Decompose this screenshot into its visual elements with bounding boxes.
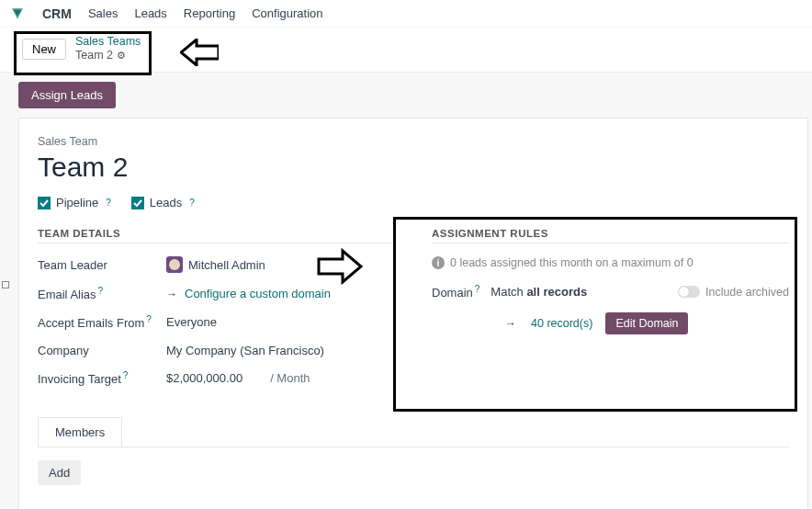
breadcrumb-bar: New Sales Teams Team 2 ⚙ xyxy=(0,28,812,72)
help-icon[interactable]: ? xyxy=(475,284,480,294)
gear-icon[interactable]: ⚙ xyxy=(117,50,126,62)
accept-emails-value[interactable]: Everyone xyxy=(166,315,395,329)
email-alias-label: Email Alias? xyxy=(38,286,166,301)
pipeline-label: Pipeline xyxy=(56,196,98,209)
annotation-arrow-left-icon xyxy=(180,39,219,69)
include-archived-toggle[interactable] xyxy=(678,286,700,298)
breadcrumb-current: Team 2 ⚙ xyxy=(75,49,141,62)
resize-handle-icon xyxy=(2,281,9,288)
nav-configuration[interactable]: Configuration xyxy=(252,6,322,20)
nav-sales[interactable]: Sales xyxy=(88,6,118,20)
team-leader-name: Mitchell Admin xyxy=(188,258,265,272)
configure-domain-link[interactable]: Configure a custom domain xyxy=(185,287,331,300)
team-leader-label: Team Leader xyxy=(38,258,166,272)
domain-label: Domain? xyxy=(432,284,479,300)
help-icon[interactable]: ? xyxy=(123,370,129,380)
edit-domain-button[interactable]: Edit Domain xyxy=(605,312,688,334)
info-icon: i xyxy=(432,256,445,269)
top-nav: CRM Sales Leads Reporting Configuration xyxy=(0,0,812,28)
new-button[interactable]: New xyxy=(22,39,66,60)
company-label: Company xyxy=(38,344,166,357)
app-logo-icon xyxy=(9,6,26,22)
domain-row: Domain? Match all records Include archiv… xyxy=(432,284,789,300)
annotation-arrow-right-icon xyxy=(317,248,363,288)
add-button[interactable]: Add xyxy=(38,460,81,485)
help-icon[interactable]: ? xyxy=(146,314,152,324)
help-icon[interactable]: ? xyxy=(98,286,104,296)
nav-reporting[interactable]: Reporting xyxy=(184,6,235,20)
leads-label: Leads xyxy=(150,196,182,209)
tab-body: Add xyxy=(38,447,789,485)
assignment-rules-section: ASSIGNMENT RULES i 0 leads assigned this… xyxy=(432,228,789,399)
assignment-info: i 0 leads assigned this month on a maxim… xyxy=(432,256,789,269)
include-archived-label: Include archived xyxy=(705,286,789,299)
accept-emails-label: Accept Emails From? xyxy=(38,314,166,330)
assignment-info-text: 0 leads assigned this month on a maximum… xyxy=(450,256,694,269)
checkbox-checked-icon xyxy=(38,197,51,209)
help-icon[interactable]: ? xyxy=(106,198,111,208)
breadcrumb: Sales Teams Team 2 ⚙ xyxy=(75,35,141,62)
breadcrumb-current-label: Team 2 xyxy=(75,49,113,62)
invoicing-target-value[interactable]: $2,000,000.00 / Month xyxy=(166,371,395,385)
form-card: Sales Team Team 2 Pipeline? Leads? TEAM … xyxy=(18,118,808,509)
arrow-right-icon: → xyxy=(166,288,177,300)
assign-leads-button[interactable]: Assign Leads xyxy=(18,82,116,108)
checkbox-checked-icon xyxy=(131,197,144,209)
feature-checks: Pipeline? Leads? xyxy=(38,196,789,209)
invoicing-target-label: Invoicing Target? xyxy=(38,370,166,386)
app-name[interactable]: CRM xyxy=(42,6,72,21)
invoicing-target-unit: / Month xyxy=(270,371,310,385)
leads-checkbox[interactable]: Leads? xyxy=(131,196,195,209)
records-link[interactable]: 40 record(s) xyxy=(531,317,592,330)
pipeline-checkbox[interactable]: Pipeline? xyxy=(38,196,111,209)
team-title[interactable]: Team 2 xyxy=(38,152,789,183)
breadcrumb-parent[interactable]: Sales Teams xyxy=(75,35,141,49)
form-label: Sales Team xyxy=(38,135,789,148)
avatar-icon xyxy=(166,256,183,273)
help-icon[interactable]: ? xyxy=(189,198,195,208)
company-value[interactable]: My Company (San Francisco) xyxy=(166,344,395,357)
tab-members[interactable]: Members xyxy=(38,417,122,447)
arrow-right-icon: → xyxy=(505,317,516,330)
domain-match-text: Match all records xyxy=(491,285,587,299)
team-details-header: TEAM DETAILS xyxy=(38,228,395,243)
assignment-rules-header: ASSIGNMENT RULES xyxy=(432,228,789,243)
nav-leads[interactable]: Leads xyxy=(134,6,166,20)
tabs-bar: Members Add xyxy=(38,417,789,485)
records-row: → 40 record(s) Edit Domain xyxy=(505,312,789,334)
content-area: Assign Leads Sales Team Team 2 Pipeline?… xyxy=(0,72,812,509)
